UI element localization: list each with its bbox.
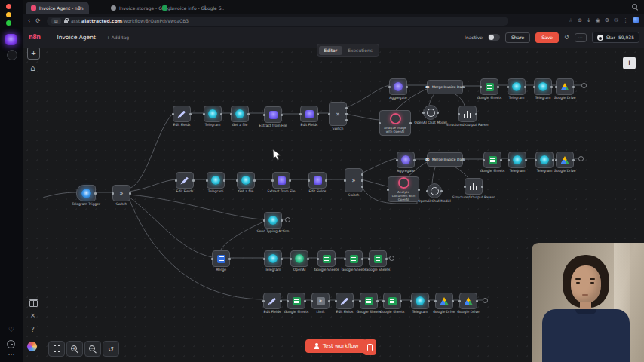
reload-icon[interactable]: ⟳ [35,17,41,24]
workflow-node[interactable]: Google Sheets [345,250,363,267]
workflow-node[interactable]: Google Drive [459,293,477,309]
workflow-node[interactable]: Telegram [535,152,554,168]
workflow-node[interactable]: Telegram [204,106,222,122]
workflow-node[interactable]: Telegram Trigger [76,185,96,201]
active-toggle[interactable] [488,34,500,41]
extension-icon[interactable] [5,34,17,45]
output-endpoint[interactable] [483,298,488,303]
output-endpoint[interactable] [581,83,587,88]
workflow-node[interactable]: »Limit [311,293,330,309]
canvas-add-button[interactable]: + [27,47,40,60]
workflow-node[interactable]: OpenAI [290,250,308,267]
output-handle[interactable] [345,113,348,115]
close-panel-x-icon[interactable]: × [27,311,38,319]
zoom-out-button[interactable]: − [84,341,101,357]
window-zoom-button[interactable] [6,20,11,26]
overview-home-icon[interactable]: ⌂ [27,63,38,73]
history-icon[interactable]: ↺ [564,34,569,41]
output-handle[interactable] [361,173,363,176]
share-button[interactable]: Share [505,32,530,43]
workflow-node[interactable]: Google Sheets [360,293,378,309]
workflow-node[interactable]: Structured Output Parser [458,106,477,122]
workflow-node[interactable]: Extract from File [264,106,282,123]
workflow-node[interactable]: ∞Merge Invoice Data [427,152,463,167]
workflow-node[interactable]: Google Sheets [483,152,501,168]
zoom-to-fit-button[interactable] [48,341,65,357]
window-minimize-button[interactable] [6,12,11,17]
workspace-icon[interactable] [7,50,17,60]
n8n-logo[interactable]: n8n [29,34,40,41]
settings-icon[interactable]: ⚙ [605,17,609,23]
zoom-in-button[interactable]: + [66,341,83,357]
window-close-button[interactable] [6,4,11,9]
workflow-node[interactable]: Telegram [508,78,526,95]
tab-search-icon[interactable] [632,4,638,10]
workflow-node[interactable]: Edit Fields [300,106,318,122]
profile-avatar[interactable] [633,17,639,23]
workflow-node[interactable]: Analyze Image with OpenAI [379,110,411,136]
workflow-node[interactable]: »Switch [329,102,347,126]
workflow-node[interactable]: Structured Output Parser [465,178,483,195]
tab-executions[interactable]: Executions [342,46,378,55]
output-handle[interactable] [345,119,348,121]
user-avatar[interactable] [27,342,37,351]
history-clock-icon[interactable] [7,340,15,348]
tab-editor[interactable]: Editor [319,46,343,55]
tab-invoice-info[interactable]: Invoice info - Google S.. [157,2,229,14]
add-node-button[interactable]: + [623,57,636,69]
workflow-node[interactable]: Get a file [237,172,255,189]
workflow-node[interactable]: Send Typing Action [264,212,282,229]
tab-invoice-agent[interactable]: Invoice Agent - n8n [26,2,89,14]
workflow-node[interactable]: Google Sheets [480,78,498,95]
workflow-node[interactable]: Google Sheets [383,293,401,309]
workflow-node[interactable]: »Switch [112,185,130,201]
workflow-node[interactable]: OpenAI Chat Model [423,105,438,120]
output-endpoint[interactable] [578,156,584,161]
downloads-icon[interactable]: ↓ [587,17,591,23]
stop-button[interactable] [363,339,376,355]
workflow-node[interactable]: Google Drive [556,152,574,168]
reset-zoom-button[interactable]: ↺ [103,341,119,357]
output-endpoint[interactable] [389,256,394,261]
workflow-node[interactable]: Telegram [508,152,526,168]
workflow-node[interactable]: Telegram [534,78,552,95]
workflow-node[interactable]: Telegram [264,250,282,267]
workflow-node[interactable]: Google Drive [435,293,453,309]
output-handle[interactable] [345,107,348,109]
workflow-node[interactable]: Edit Fields [176,172,194,189]
workflow-node[interactable]: ∞Merge Invoice Data [427,80,463,94]
reader-icon[interactable]: ◉ [596,17,600,23]
help-icon[interactable]: ? [27,326,38,333]
workflow-node[interactable]: Google Sheets [287,293,305,309]
back-icon[interactable]: ‹ [28,17,30,24]
workflow-node[interactable]: Edit Fields [263,293,281,309]
rail-more-icon[interactable]: ⋯ [5,349,18,360]
site-info-badge[interactable]: ▤ [51,18,61,24]
workflow-node[interactable]: Google Sheets [317,250,336,267]
workflow-node[interactable]: »Switch [345,168,363,192]
address-bar[interactable]: ▤ asst.aiattracted.com/workflow/8rQanPds… [47,17,508,26]
output-handle[interactable] [361,186,363,188]
workflow-node[interactable]: Edit Fields [173,106,191,122]
extensions-icon[interactable]: ⊕ [578,17,582,23]
bookmark-icon[interactable]: ☆ [569,17,573,23]
add-tag-button[interactable]: + Add tag [106,35,129,40]
workflow-node[interactable]: Telegram [207,172,225,189]
mail-icon[interactable]: ✉ [614,17,618,23]
workflow-node[interactable]: Get a file [231,106,249,122]
workflow-title[interactable]: Invoice Agent [57,34,95,41]
workflow-node[interactable]: Google Drive [556,78,574,95]
workflow-node[interactable]: Edit Fields [336,293,354,309]
workflow-node[interactable]: Aggregate [389,78,407,95]
workflow-node[interactable]: Telegram [411,293,429,309]
workflow-node[interactable]: OpenAI Chat Model [427,183,442,198]
save-button[interactable]: Save [535,32,559,43]
favorites-heart-icon[interactable]: ♡ [5,324,18,335]
workflow-node[interactable]: Merge [212,250,230,267]
workflow-node[interactable]: Aggregate [397,152,415,168]
workflow-node[interactable]: Extract from File [272,172,290,189]
github-star-widget[interactable]: Star 59,935 [592,32,639,43]
new-tab-button[interactable]: + [201,3,210,12]
output-endpoint[interactable] [285,217,290,222]
workflow-node[interactable]: Analyze Document with OpenAI [388,176,419,202]
